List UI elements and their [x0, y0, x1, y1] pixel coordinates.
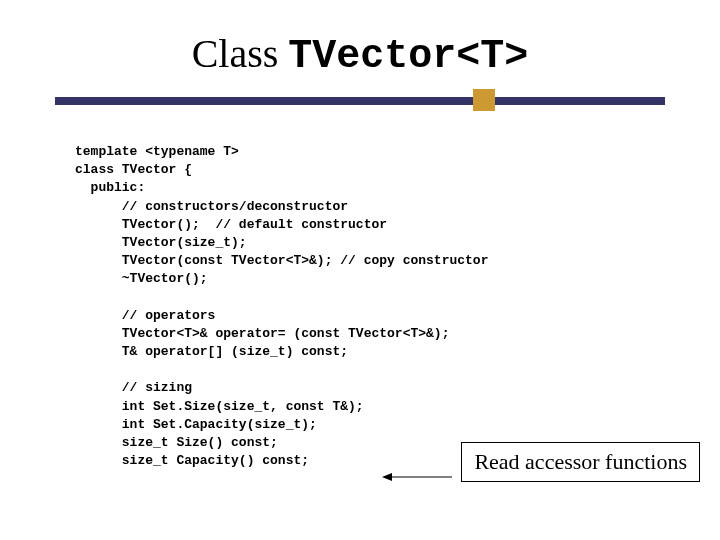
code-line: T& operator[] (size_t) const;	[75, 344, 348, 359]
code-line: // sizing	[75, 380, 192, 395]
code-line: // operators	[75, 308, 215, 323]
code-line: TVector<T>& operator= (const TVector<T>&…	[75, 326, 449, 341]
callout-arrow	[382, 471, 452, 472]
svg-marker-1	[382, 473, 392, 481]
code-line: TVector(size_t);	[75, 235, 247, 250]
code-line: TVector(const TVector<T>&); // copy cons…	[75, 253, 488, 268]
slide-title: Class TVector<T>	[55, 30, 665, 79]
code-line: int Set.Size(size_t, const T&);	[75, 399, 364, 414]
code-line: int Set.Capacity(size_t);	[75, 417, 317, 432]
code-line: size_t Size() const;	[75, 435, 278, 450]
callout-box: Read accessor functions	[461, 442, 700, 482]
code-line: template <typename T>	[75, 144, 239, 159]
code-line: TVector(); // default constructor	[75, 217, 387, 232]
title-class: TVector<T>	[288, 34, 528, 79]
code-line: public:	[75, 180, 145, 195]
rule-accent-square	[473, 89, 495, 111]
slide: Class TVector<T> template <typename T> c…	[0, 0, 720, 540]
title-rule	[55, 89, 665, 113]
code-line: class TVector {	[75, 162, 192, 177]
callout-text: Read accessor functions	[474, 449, 687, 474]
title-prefix: Class	[192, 31, 289, 76]
code-line: size_t Capacity() const;	[75, 453, 309, 468]
rule-bar	[55, 97, 665, 105]
code-block: template <typename T> class TVector { pu…	[75, 143, 665, 470]
code-line: ~TVector();	[75, 271, 208, 286]
code-line: // constructors/deconstructor	[75, 199, 348, 214]
